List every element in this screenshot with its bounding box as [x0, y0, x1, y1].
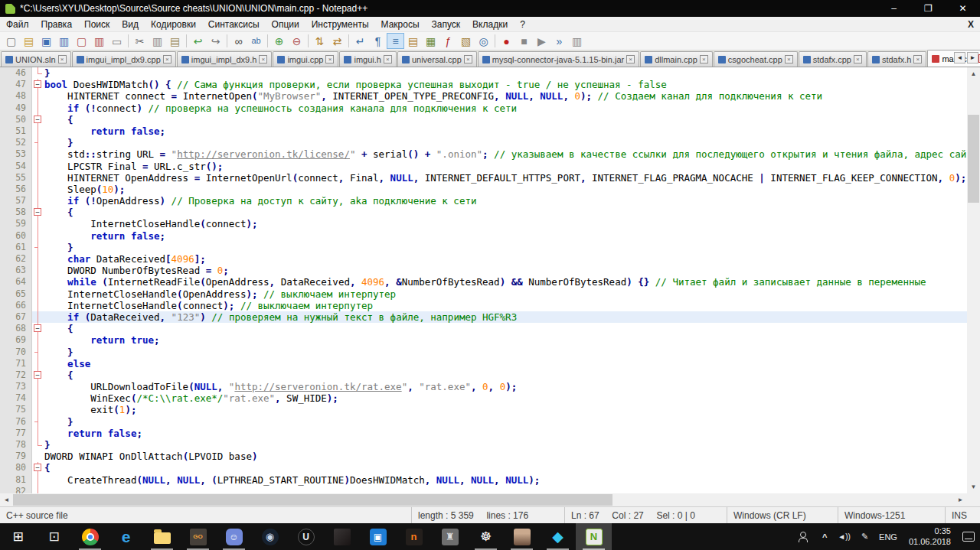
- code-line-69[interactable]: 69 return true;: [0, 334, 967, 346]
- line-number[interactable]: 75: [0, 404, 32, 415]
- speaker-icon[interactable]: ◄)): [832, 523, 856, 550]
- line-number[interactable]: 54: [0, 161, 32, 172]
- code-line-76[interactable]: 76 }: [0, 416, 967, 428]
- code-line-48[interactable]: 48 HINTERNET connect = InternetOpen("MyB…: [0, 90, 967, 102]
- line-number[interactable]: 74: [0, 392, 32, 404]
- taskbar-statue-app[interactable]: ♜: [432, 523, 468, 550]
- taskbar-bluestacks[interactable]: ▣: [360, 523, 396, 550]
- line-number[interactable]: 65: [0, 288, 32, 300]
- macro-play-button[interactable]: ▶: [533, 33, 550, 49]
- code-line-49[interactable]: 49 if (!connect) // проверка на успешнос…: [0, 103, 967, 114]
- tab-close-icon[interactable]: ×: [464, 55, 472, 63]
- editor-lines[interactable]: 46}47−bool DoesHWIDMatch() { // Сама фун…: [0, 67, 967, 493]
- code-line-79[interactable]: 79DWORD WINAPI OnDllAttach(LPVOID base): [0, 451, 967, 462]
- code-line-75[interactable]: 75 exit(1);: [0, 404, 967, 415]
- menu-item-edit[interactable]: Правка: [35, 17, 79, 31]
- code-line-70[interactable]: 70 }: [0, 347, 967, 358]
- sync-vertical-scroll-button[interactable]: ⇅: [311, 33, 328, 49]
- fold-collapse-icon[interactable]: −: [32, 114, 44, 125]
- action-center-icon[interactable]: [957, 523, 980, 550]
- line-number[interactable]: 82: [0, 486, 32, 493]
- line-number[interactable]: 56: [0, 184, 32, 195]
- scroll-up-arrow[interactable]: ▲: [967, 67, 980, 80]
- tab-close-icon[interactable]: ×: [913, 55, 922, 63]
- line-number[interactable]: 80: [0, 462, 32, 474]
- line-number[interactable]: 79: [0, 451, 32, 462]
- find-button[interactable]: ∞: [230, 33, 247, 49]
- line-number[interactable]: 70: [0, 347, 32, 358]
- line-number[interactable]: 77: [0, 428, 32, 439]
- fold-collapse-icon[interactable]: −: [32, 79, 44, 90]
- line-number[interactable]: 66: [0, 300, 32, 311]
- tab-stdafx.cpp[interactable]: stdafx.cpp×: [799, 51, 867, 67]
- tab-close-icon[interactable]: ×: [259, 55, 267, 63]
- menu-item-tabs[interactable]: Вкладки: [466, 17, 514, 31]
- taskbar-edge[interactable]: e: [108, 523, 144, 550]
- document-map-button[interactable]: ▦: [422, 33, 439, 49]
- taskbar-game-icon[interactable]: [324, 523, 360, 550]
- save-all-button[interactable]: ▥: [55, 33, 73, 49]
- code-line-57[interactable]: 57 if (!OpenAddress) // Проверка на дост…: [0, 195, 967, 207]
- line-number[interactable]: 60: [0, 230, 32, 242]
- copy-button[interactable]: ▥: [149, 33, 166, 49]
- menu-item-encoding[interactable]: Кодировки: [145, 17, 202, 31]
- code-line-62[interactable]: 62 char DataReceived[4096];: [0, 253, 967, 265]
- tab-scroll-left-button[interactable]: ◄: [954, 52, 965, 63]
- close-all-button[interactable]: ▥: [90, 33, 108, 49]
- menu-item-macro[interactable]: Макросы: [375, 17, 426, 31]
- line-number[interactable]: 51: [0, 125, 32, 137]
- line-number[interactable]: 81: [0, 474, 32, 486]
- code-line-63[interactable]: 63 DWORD NumberOfBytesRead = 0;: [0, 265, 967, 276]
- code-line-65[interactable]: 65 InternetCloseHandle(OpenAddress); // …: [0, 288, 967, 300]
- tab-close-icon[interactable]: ×: [325, 55, 334, 63]
- line-number[interactable]: 67: [0, 311, 32, 323]
- show-indent-guide-button[interactable]: ≡: [387, 33, 404, 49]
- taskbar-unreal-engine[interactable]: U: [288, 523, 324, 550]
- macro-save-button[interactable]: ▥: [568, 33, 586, 49]
- user-defined-language-button[interactable]: ▤: [404, 33, 422, 49]
- line-number[interactable]: 50: [0, 114, 32, 125]
- code-line-55[interactable]: 55 HINTERNET OpenAddress = InternetOpenU…: [0, 172, 967, 184]
- tab-stdafx.h[interactable]: stdafx.h×: [867, 51, 927, 67]
- taskbar-chrome[interactable]: [72, 523, 108, 550]
- zoom-in-button[interactable]: ⊕: [270, 33, 288, 49]
- close-file-button[interactable]: ▢: [73, 33, 90, 49]
- taskbar-steam[interactable]: ◉: [252, 523, 288, 550]
- language-indicator[interactable]: ENG: [874, 523, 903, 550]
- line-number[interactable]: 73: [0, 381, 32, 392]
- tab-csgocheat.cpp[interactable]: csgocheat.cpp×: [714, 51, 798, 67]
- redo-button[interactable]: ↪: [207, 33, 224, 49]
- line-number[interactable]: 76: [0, 416, 32, 428]
- code-line-54[interactable]: 54 LPCSTR Final = URL.c_str();: [0, 161, 967, 172]
- code-line-66[interactable]: 66 InternetCloseHandle(connect); // выкл…: [0, 300, 967, 311]
- horizontal-scroll-thumb[interactable]: [13, 494, 612, 506]
- line-number[interactable]: 58: [0, 207, 32, 218]
- code-line-61[interactable]: 61 }: [0, 242, 967, 253]
- open-file-button[interactable]: ▤: [20, 33, 38, 49]
- line-number[interactable]: 55: [0, 172, 32, 184]
- vertical-scroll-thumb[interactable]: [968, 115, 979, 203]
- vertical-scrollbar[interactable]: ▲ ▼: [967, 67, 980, 493]
- menu-item-file[interactable]: Файл: [0, 17, 35, 31]
- code-line-51[interactable]: 51 return false;: [0, 125, 967, 137]
- line-number[interactable]: 62: [0, 253, 32, 265]
- zoom-out-button[interactable]: ⊖: [288, 33, 305, 49]
- tab-close-icon[interactable]: ×: [785, 55, 793, 63]
- fold-collapse-icon[interactable]: −: [32, 369, 44, 381]
- clock[interactable]: 0:35 01.06.2018: [903, 523, 957, 550]
- paste-button[interactable]: ▤: [166, 33, 184, 49]
- save-file-button[interactable]: ▣: [38, 33, 55, 49]
- taskbar-settings-gear[interactable]: ☸: [468, 523, 504, 550]
- replace-button[interactable]: ab: [247, 33, 265, 49]
- tab-dllmain.cpp[interactable]: dllmain.cpp×: [640, 51, 713, 67]
- line-number[interactable]: 48: [0, 90, 32, 102]
- code-line-46[interactable]: 46}: [0, 67, 967, 79]
- tray-chevron-icon[interactable]: ^: [817, 523, 832, 550]
- tab-close-icon[interactable]: ×: [163, 55, 172, 63]
- line-number[interactable]: 78: [0, 439, 32, 451]
- menu-item-run[interactable]: Запуск: [426, 17, 467, 31]
- tab-imgui.cpp[interactable]: imgui.cpp×: [273, 51, 338, 67]
- monitoring-button[interactable]: ◎: [475, 33, 492, 49]
- tab-UNION.sln[interactable]: UNION.sln×: [1, 51, 71, 67]
- code-line-77[interactable]: 77 return false;: [0, 428, 967, 439]
